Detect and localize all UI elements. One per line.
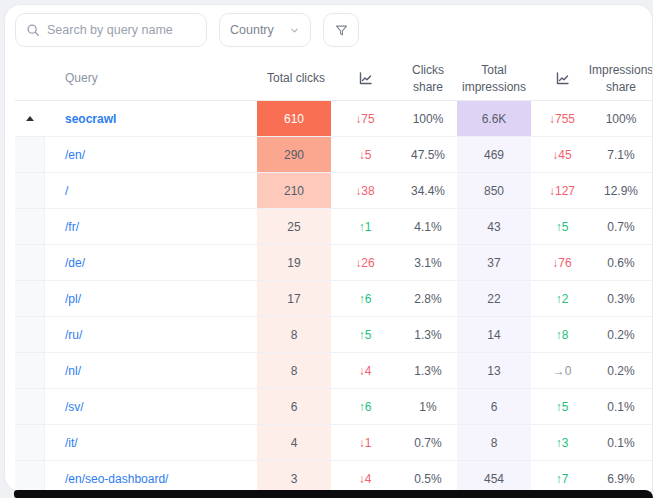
chevron-down-icon [289,25,300,36]
row-expander-cell[interactable] [15,137,45,172]
column-header-impressions-trend[interactable] [531,71,593,86]
clicks-trend-value: ↓26 [331,245,399,280]
total-impressions-value: 8 [457,425,531,460]
collapse-triangle-icon[interactable] [26,116,34,121]
total-impressions-value: 850 [457,173,531,208]
funnel-icon [334,23,349,38]
impressions-share-value: 0.1% [593,389,649,424]
query-link[interactable]: /it/ [45,425,257,460]
query-link[interactable]: /pl/ [45,281,257,316]
country-select-label: Country [230,23,274,37]
impressions-trend-value: ↑5 [531,209,593,244]
row-expander-cell[interactable] [15,101,45,136]
total-clicks-value: 8 [257,317,331,352]
search-input[interactable] [47,23,196,37]
total-clicks-value: 4 [257,425,331,460]
row-expander-cell[interactable] [15,317,45,352]
impressions-share-value: 0.6% [593,245,649,280]
total-impressions-value: 13 [457,353,531,388]
search-icon [26,23,40,37]
column-header-impressions-share[interactable]: Impressions share [593,62,649,94]
clicks-share-value: 100% [399,101,457,136]
row-expander-cell[interactable] [15,353,45,388]
total-clicks-value: 290 [257,137,331,172]
query-link[interactable]: /sv/ [45,389,257,424]
impressions-trend-value: →0 [531,353,593,388]
table-row[interactable]: /en/ 290 ↓5 47.5% 469 ↓45 7.1% [15,137,653,173]
table-row[interactable]: seocrawl 610 ↓75 100% 6.6K ↓755 100% [15,101,653,137]
table-row[interactable]: /pl/ 17 ↑6 2.8% 22 ↑2 0.3% [15,281,653,317]
impressions-trend-value: ↑3 [531,425,593,460]
row-expander-cell[interactable] [15,173,45,208]
column-header-total-impressions[interactable]: Total impressions [457,62,531,94]
impressions-trend-value: ↓755 [531,101,593,136]
column-header-clicks-trend[interactable] [331,71,399,86]
clicks-trend-value: ↓1 [331,425,399,460]
clicks-share-value: 0.7% [399,425,457,460]
clicks-trend-value: ↓4 [331,353,399,388]
filter-button[interactable] [323,13,359,47]
clicks-share-value: 0.5% [399,461,457,492]
row-expander-cell[interactable] [15,245,45,280]
impressions-trend-value: ↓45 [531,137,593,172]
impressions-share-value: 100% [593,101,649,136]
impressions-trend-value: ↑7 [531,461,593,492]
total-clicks-value: 3 [257,461,331,492]
table-row[interactable]: /de/ 19 ↓26 3.1% 37 ↓76 0.6% [15,245,653,281]
table-header: Query Total clicks Clicks share Total im… [15,57,653,101]
impressions-share-value: 6.9% [593,461,649,492]
table-row[interactable]: /ru/ 8 ↑5 1.3% 14 ↑8 0.2% [15,317,653,353]
row-expander-cell[interactable] [15,281,45,316]
table-row[interactable]: /it/ 4 ↓1 0.7% 8 ↑3 0.1% [15,425,653,461]
clicks-share-value: 34.4% [399,173,457,208]
country-select[interactable]: Country [219,13,311,47]
search-box[interactable] [15,13,207,47]
clicks-trend-value: ↓4 [331,461,399,492]
impressions-share-value: 0.1% [593,425,649,460]
query-link[interactable]: /ru/ [45,317,257,352]
clicks-share-value: 1.3% [399,317,457,352]
impressions-trend-value: ↓76 [531,245,593,280]
clicks-trend-value: ↑6 [331,281,399,316]
total-impressions-value: 22 [457,281,531,316]
table-row[interactable]: /en/seo-dashboard/ 3 ↓4 0.5% 454 ↑7 6.9% [15,461,653,492]
table-row[interactable]: /fr/ 25 ↑1 4.1% 43 ↑5 0.7% [15,209,653,245]
column-header-total-clicks[interactable]: Total clicks [257,70,331,86]
total-impressions-value: 43 [457,209,531,244]
total-impressions-value: 469 [457,137,531,172]
total-impressions-value: 37 [457,245,531,280]
row-expander-cell[interactable] [15,425,45,460]
table-row[interactable]: /nl/ 8 ↓4 1.3% 13 →0 0.2% [15,353,653,389]
column-header-clicks-share[interactable]: Clicks share [399,62,457,94]
query-link[interactable]: /de/ [45,245,257,280]
clicks-trend-value: ↑6 [331,389,399,424]
table-row[interactable]: /sv/ 6 ↑6 1% 6 ↑5 0.1% [15,389,653,425]
total-clicks-value: 210 [257,173,331,208]
query-link[interactable]: /fr/ [45,209,257,244]
row-expander-cell[interactable] [15,209,45,244]
clicks-trend-value: ↓5 [331,137,399,172]
queries-table: Query Total clicks Clicks share Total im… [15,57,653,492]
row-expander-cell[interactable] [15,461,45,492]
query-link[interactable]: seocrawl [45,101,257,136]
column-header-query[interactable]: Query [45,70,257,86]
clicks-share-value: 2.8% [399,281,457,316]
query-link[interactable]: /en/ [45,137,257,172]
clicks-trend-value: ↑5 [331,317,399,352]
clicks-share-value: 3.1% [399,245,457,280]
total-clicks-value: 610 [257,101,331,136]
impressions-share-value: 12.9% [593,173,649,208]
table-body: seocrawl 610 ↓75 100% 6.6K ↓755 100% /en… [15,101,653,492]
row-expander-cell[interactable] [15,389,45,424]
query-link[interactable]: / [45,173,257,208]
total-impressions-value: 6.6K [457,101,531,136]
clicks-share-value: 1% [399,389,457,424]
toolbar: Country [15,13,652,47]
total-clicks-value: 6 [257,389,331,424]
total-clicks-value: 19 [257,245,331,280]
clicks-share-value: 4.1% [399,209,457,244]
window-bottom-edge [14,490,653,498]
query-link[interactable]: /nl/ [45,353,257,388]
table-row[interactable]: / 210 ↓38 34.4% 850 ↓127 12.9% [15,173,653,209]
query-link[interactable]: /en/seo-dashboard/ [45,461,257,492]
